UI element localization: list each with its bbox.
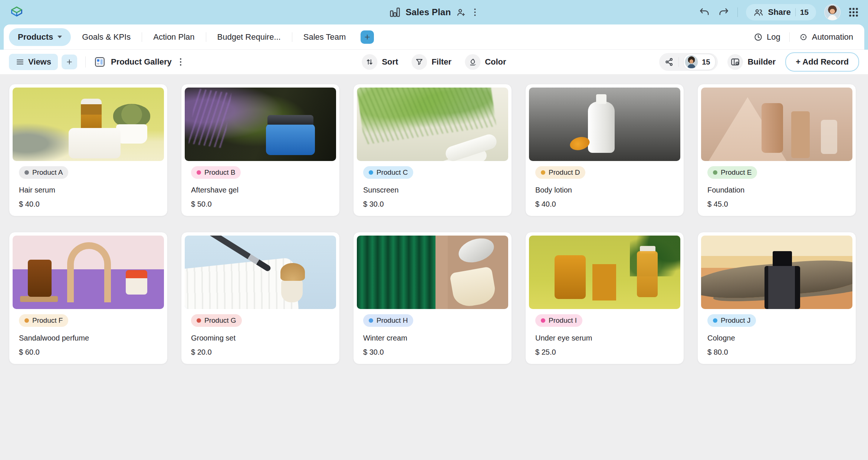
product-card[interactable]: Product J Cologne $ 80.0 (697, 232, 856, 364)
add-record-button[interactable]: + Add Record (785, 52, 859, 72)
sort-label: Sort (382, 57, 398, 67)
product-price: $ 40.0 (535, 200, 674, 208)
product-image (529, 236, 680, 309)
view-more-icon[interactable] (177, 57, 184, 67)
badge-dot (197, 318, 201, 323)
tab-goals-kpis[interactable]: Goals & KPIs (71, 32, 142, 42)
product-badge: Product E (707, 166, 757, 179)
product-card[interactable]: Product A Hair serum $ 40.0 (9, 84, 168, 216)
badge-dot (713, 170, 717, 175)
product-badge: Product B (191, 166, 241, 179)
product-price: $ 80.0 (707, 348, 846, 356)
filter-button[interactable]: Filter (411, 54, 451, 70)
app-header: Sales Plan (0, 0, 868, 24)
product-badge: Product G (191, 314, 242, 327)
product-card[interactable]: Product I Under eye serum $ 25.0 (525, 232, 684, 364)
tabbar-right-actions: Log Automation (753, 32, 859, 42)
badge-dot (24, 318, 29, 323)
collaborator-avatar (685, 55, 698, 69)
add-member-icon[interactable] (456, 7, 466, 17)
badge-dot (369, 318, 373, 323)
product-badge: Product I (535, 314, 582, 327)
sort-button[interactable]: Sort (362, 54, 398, 70)
bar-chart-icon (389, 7, 400, 18)
collaborator-count-pill: 15 (683, 54, 716, 70)
views-label: Views (28, 57, 51, 67)
user-avatar[interactable] (824, 4, 841, 20)
product-card[interactable]: Product B Aftershave gel $ 50.0 (181, 84, 340, 216)
tab-action-plan[interactable]: Action Plan (142, 32, 206, 42)
chevron-down-icon (57, 36, 62, 38)
product-name: Winter cream (363, 334, 502, 342)
gallery-content: Product A Hair serum $ 40.0 Product B Af… (0, 74, 868, 364)
current-view[interactable]: Product Gallery (94, 56, 184, 68)
product-name: Foundation (707, 186, 846, 194)
product-price: $ 60.0 (19, 348, 158, 356)
badge-label: Product G (204, 316, 236, 325)
product-image (13, 88, 164, 161)
divider (678, 57, 679, 67)
product-image (357, 88, 508, 161)
tabbar-wrap: Products Goals & KPIs Action Plan Budget… (0, 24, 868, 50)
gallery-view-icon (94, 56, 106, 68)
product-price: $ 45.0 (707, 200, 846, 208)
collaborator-count: 15 (702, 58, 710, 66)
views-button[interactable]: Views (9, 54, 58, 70)
tab-bar: Products Goals & KPIs Action Plan Budget… (4, 24, 864, 50)
app-grid-icon[interactable] (849, 7, 858, 17)
product-image (185, 236, 336, 309)
tab-budget-requirements[interactable]: Budget Require... (206, 32, 292, 42)
tab-products[interactable]: Products (9, 28, 71, 46)
badge-label: Product D (549, 168, 580, 177)
product-price: $ 50.0 (191, 200, 330, 208)
product-card[interactable]: Product C Sunscreen $ 30.0 (353, 84, 512, 216)
product-price: $ 30.0 (363, 200, 502, 208)
product-name: Grooming set (191, 334, 330, 342)
product-badge: Product H (363, 314, 413, 327)
product-card[interactable]: Product D Body lotion $ 40.0 (525, 84, 684, 216)
log-label: Log (767, 32, 780, 42)
product-card[interactable]: Product H Winter cream $ 30.0 (353, 232, 512, 364)
header-actions: Share 15 (699, 4, 858, 20)
product-image (357, 236, 508, 309)
add-tab-button[interactable] (361, 30, 374, 44)
product-name: Hair serum (19, 186, 158, 194)
divider (85, 56, 86, 68)
builder-button[interactable]: Builder (727, 54, 776, 70)
share-nodes-icon (664, 57, 674, 67)
add-record-label: + Add Record (796, 57, 849, 67)
product-badge: Product C (363, 166, 413, 179)
product-name: Under eye serum (535, 334, 674, 342)
automation-gear-icon (799, 32, 808, 42)
toolbar-center: Sort Filter Color (362, 50, 506, 74)
badge-label: Product F (32, 316, 63, 325)
product-card[interactable]: Product E Foundation $ 45.0 (697, 84, 856, 216)
color-button[interactable]: Color (465, 54, 506, 70)
divider (737, 7, 738, 17)
tab-sales-team[interactable]: Sales Team (292, 32, 357, 42)
redo-icon[interactable] (718, 7, 729, 18)
badge-label: Product H (377, 316, 408, 325)
product-card[interactable]: Product G Grooming set $ 20.0 (181, 232, 340, 364)
product-price: $ 20.0 (191, 348, 330, 356)
badge-label: Product J (721, 316, 750, 325)
share-count: 15 (800, 8, 809, 17)
share-button[interactable]: Share 15 (746, 4, 816, 20)
badge-label: Product B (204, 168, 235, 177)
divider (795, 8, 796, 16)
log-button[interactable]: Log (753, 32, 780, 42)
title-more-icon[interactable] (471, 7, 479, 17)
product-badge: Product J (707, 314, 756, 327)
people-icon (753, 7, 763, 17)
app-logo[interactable] (10, 5, 24, 19)
add-view-button[interactable] (62, 55, 77, 69)
automation-button[interactable]: Automation (799, 32, 853, 42)
product-image (701, 236, 852, 309)
undo-icon[interactable] (699, 7, 710, 18)
product-card[interactable]: Product F Sandalwood perfume $ 60.0 (9, 232, 168, 364)
badge-dot (541, 318, 545, 323)
toolbar-right: 15 Builder + Add Record (659, 52, 859, 72)
collaborators-pill[interactable]: 15 (659, 53, 718, 71)
tab-label: Products (18, 32, 53, 42)
product-badge: Product F (19, 314, 68, 327)
